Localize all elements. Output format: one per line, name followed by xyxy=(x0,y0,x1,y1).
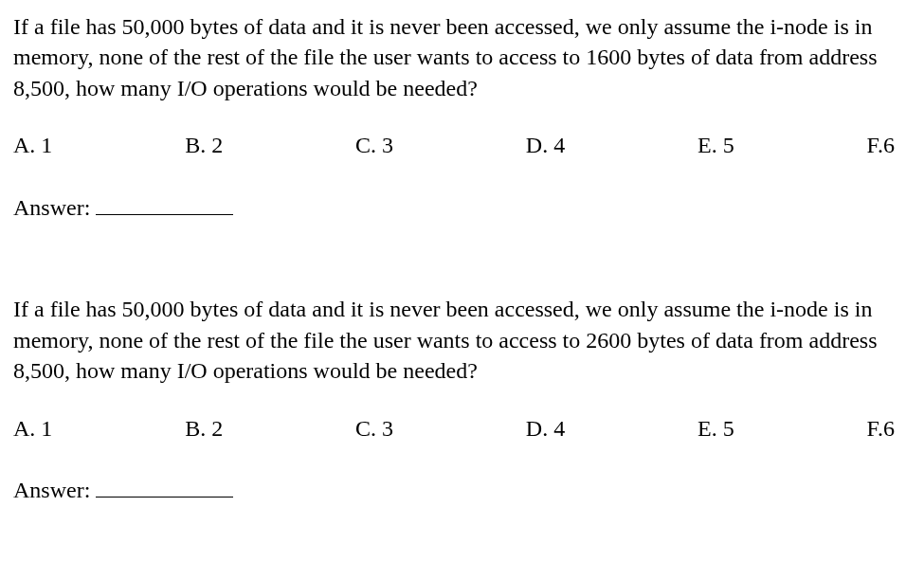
q1-option-e: E. 5 xyxy=(698,130,734,160)
q2-option-b: B. 2 xyxy=(185,413,223,443)
question2-options: A. 1 B. 2 C. 3 D. 4 E. 5 F.6 xyxy=(13,413,895,443)
question1-options: A. 1 B. 2 C. 3 D. 4 E. 5 F.6 xyxy=(13,130,895,160)
question2-answer-row: Answer: xyxy=(13,472,911,506)
q2-option-f: F.6 xyxy=(867,413,895,443)
q2-option-a: A. 1 xyxy=(13,413,52,443)
q1-answer-label: Answer: xyxy=(13,192,90,223)
q2-option-e: E. 5 xyxy=(698,413,734,443)
q2-option-d: D. 4 xyxy=(526,413,565,443)
q1-option-b: B. 2 xyxy=(185,130,223,160)
q1-option-c: C. 3 xyxy=(355,130,393,160)
q1-option-d: D. 4 xyxy=(526,130,565,160)
q1-option-f: F.6 xyxy=(867,130,895,160)
q2-answer-label: Answer: xyxy=(13,475,90,505)
question2-text: If a file has 50,000 bytes of data and i… xyxy=(13,294,911,386)
question1-text: If a file has 50,000 bytes of data and i… xyxy=(13,11,911,103)
q1-answer-blank[interactable] xyxy=(96,190,233,215)
q1-option-a: A. 1 xyxy=(13,130,52,160)
q2-answer-blank[interactable] xyxy=(96,472,233,498)
q2-option-c: C. 3 xyxy=(355,413,393,443)
question1-answer-row: Answer: xyxy=(13,190,911,224)
